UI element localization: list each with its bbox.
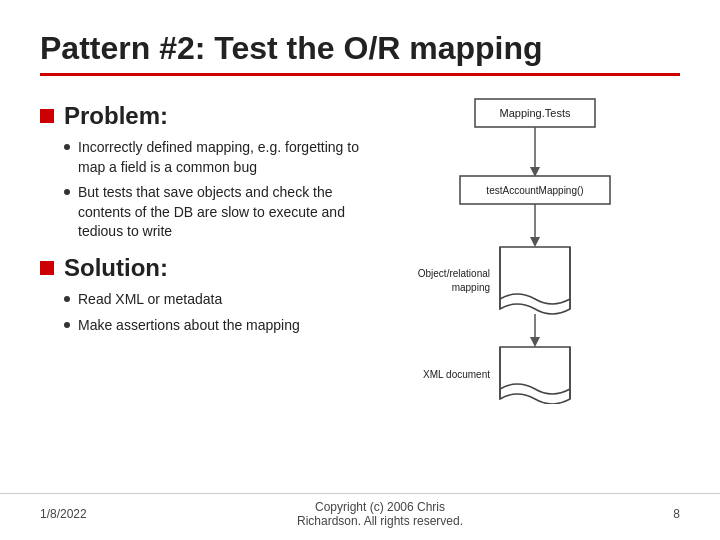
slide-title: Pattern #2: Test the O/R mapping <box>40 30 680 67</box>
footer-date: 1/8/2022 <box>40 507 87 521</box>
solution-bullet-square <box>40 261 54 275</box>
problem-bullet-1: Incorrectly defined mapping, e.g. forget… <box>64 138 370 177</box>
solution-bullet-1-text: Read XML or metadata <box>78 290 222 310</box>
diagram-svg: Mapping.Tests testAccountMapping() <box>395 94 665 404</box>
footer-page: 8 <box>673 507 680 521</box>
solution-bullet-2: Make assertions about the mapping <box>64 316 370 336</box>
solution-bullet-1: Read XML or metadata <box>64 290 370 310</box>
problem-title: Problem: <box>64 102 168 130</box>
svg-text:mapping: mapping <box>452 282 490 293</box>
problem-bullets: Incorrectly defined mapping, e.g. forget… <box>64 138 370 242</box>
svg-marker-13 <box>530 337 540 347</box>
svg-text:testAccountMapping(): testAccountMapping() <box>486 185 583 196</box>
slide: Pattern #2: Test the O/R mapping Problem… <box>0 0 720 540</box>
problem-bullet-square <box>40 109 54 123</box>
footer-copyright: Copyright (c) 2006 ChrisRichardson. All … <box>87 500 674 528</box>
bullet-dot-1 <box>64 144 70 150</box>
problem-bullet-2-text: But tests that save objects and check th… <box>78 183 370 242</box>
problem-bullet-2: But tests that save objects and check th… <box>64 183 370 242</box>
svg-text:Mapping.Tests: Mapping.Tests <box>500 107 571 119</box>
bullet-dot-4 <box>64 322 70 328</box>
svg-text:Object/relational: Object/relational <box>418 268 490 279</box>
right-column: Mapping.Tests testAccountMapping() <box>380 94 680 408</box>
left-column: Problem: Incorrectly defined mapping, e.… <box>40 94 370 408</box>
svg-marker-7 <box>530 237 540 247</box>
solution-title: Solution: <box>64 254 168 282</box>
bullet-dot-3 <box>64 296 70 302</box>
content-area: Problem: Incorrectly defined mapping, e.… <box>40 94 680 408</box>
svg-text:XML document: XML document <box>423 369 490 380</box>
solution-bullets: Read XML or metadata Make assertions abo… <box>64 290 370 335</box>
problem-header: Problem: <box>40 102 370 130</box>
problem-bullet-1-text: Incorrectly defined mapping, e.g. forget… <box>78 138 370 177</box>
footer: 1/8/2022 Copyright (c) 2006 ChrisRichard… <box>0 493 720 528</box>
solution-bullet-2-text: Make assertions about the mapping <box>78 316 300 336</box>
title-underline <box>40 73 680 76</box>
bullet-dot-2 <box>64 189 70 195</box>
solution-header: Solution: <box>40 254 370 282</box>
diagram: Mapping.Tests testAccountMapping() <box>395 94 665 408</box>
